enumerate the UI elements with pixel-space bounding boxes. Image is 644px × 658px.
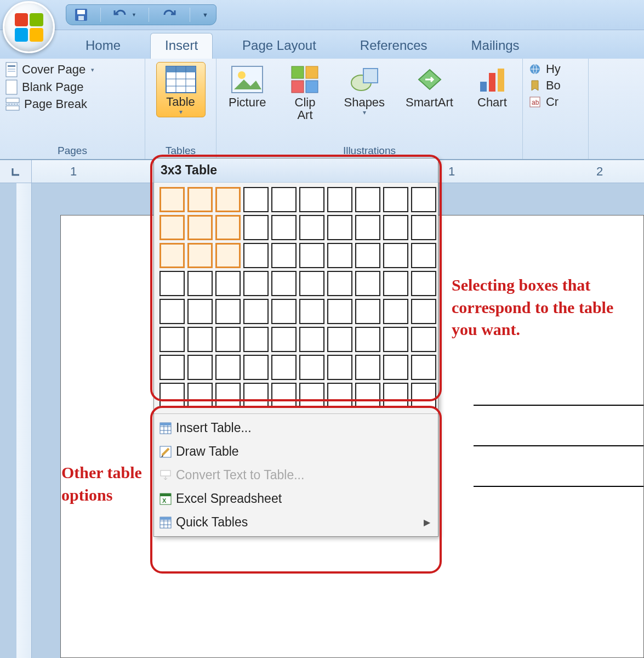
grid-cell[interactable]: [411, 187, 436, 212]
grid-cell[interactable]: [243, 327, 269, 352]
grid-cell[interactable]: [243, 271, 269, 296]
grid-cell[interactable]: [383, 299, 408, 324]
grid-cell[interactable]: [355, 271, 380, 296]
grid-cell[interactable]: [243, 243, 269, 268]
qat-redo-button[interactable]: [161, 8, 178, 21]
grid-cell[interactable]: [299, 243, 324, 268]
cover-page-button[interactable]: Cover Page▾: [5, 62, 94, 77]
grid-cell[interactable]: [271, 271, 297, 296]
grid-cell[interactable]: [187, 327, 213, 352]
grid-cell[interactable]: [159, 355, 185, 380]
hyperlink-button[interactable]: Hy: [528, 62, 561, 76]
grid-cell[interactable]: [355, 187, 380, 212]
grid-cell[interactable]: [159, 243, 185, 268]
grid-cell[interactable]: [159, 383, 185, 408]
grid-cell[interactable]: [299, 299, 324, 324]
grid-cell[interactable]: [355, 215, 380, 240]
office-button[interactable]: [3, 1, 55, 53]
grid-cell[interactable]: [383, 243, 408, 268]
grid-cell[interactable]: [411, 215, 436, 240]
smartart-button[interactable]: SmartArt: [399, 62, 460, 109]
grid-cell[interactable]: [271, 299, 297, 324]
grid-cell[interactable]: [327, 215, 352, 240]
tab-references[interactable]: References: [346, 33, 442, 59]
grid-cell[interactable]: [383, 271, 408, 296]
grid-cell[interactable]: [243, 215, 269, 240]
ruler-corner-button[interactable]: [0, 160, 32, 183]
qat-undo-button[interactable]: ▼: [113, 8, 136, 21]
blank-page-button[interactable]: Blank Page: [5, 80, 94, 95]
grid-cell[interactable]: [187, 243, 213, 268]
grid-cell[interactable]: [299, 355, 324, 380]
table-size-grid[interactable]: [154, 183, 438, 413]
grid-cell[interactable]: [187, 383, 213, 408]
grid-cell[interactable]: [243, 187, 269, 212]
grid-cell[interactable]: [299, 271, 324, 296]
grid-cell[interactable]: [187, 355, 213, 380]
grid-cell[interactable]: [355, 355, 380, 380]
grid-cell[interactable]: [271, 187, 297, 212]
menu-insert-table[interactable]: Insert Table...: [154, 416, 438, 440]
grid-cell[interactable]: [271, 383, 297, 408]
clip-art-button[interactable]: Clip Art: [280, 62, 329, 121]
grid-cell[interactable]: [327, 243, 352, 268]
menu-excel-spreadsheet[interactable]: XExcel Spreadsheet: [154, 487, 438, 510]
grid-cell[interactable]: [411, 355, 436, 380]
grid-cell[interactable]: [215, 243, 241, 268]
qat-save-button[interactable]: [74, 8, 88, 22]
grid-cell[interactable]: [271, 327, 297, 352]
grid-cell[interactable]: [187, 271, 213, 296]
grid-cell[interactable]: [159, 327, 185, 352]
grid-cell[interactable]: [355, 299, 380, 324]
grid-cell[interactable]: [215, 355, 241, 380]
grid-cell[interactable]: [411, 299, 436, 324]
grid-cell[interactable]: [187, 215, 213, 240]
tab-mailings[interactable]: Mailings: [457, 33, 534, 59]
chart-button[interactable]: Chart: [468, 62, 517, 109]
grid-cell[interactable]: [327, 355, 352, 380]
grid-cell[interactable]: [159, 299, 185, 324]
qat-customize-button[interactable]: ▼: [202, 12, 208, 18]
grid-cell[interactable]: [383, 383, 408, 408]
grid-cell[interactable]: [215, 299, 241, 324]
menu-draw-table[interactable]: Draw Table: [154, 440, 438, 463]
grid-cell[interactable]: [243, 355, 269, 380]
grid-cell[interactable]: [327, 383, 352, 408]
grid-cell[interactable]: [187, 299, 213, 324]
tab-page-layout[interactable]: Page Layout: [228, 33, 330, 59]
grid-cell[interactable]: [383, 355, 408, 380]
grid-cell[interactable]: [383, 187, 408, 212]
grid-cell[interactable]: [355, 243, 380, 268]
grid-cell[interactable]: [271, 243, 297, 268]
grid-cell[interactable]: [327, 327, 352, 352]
grid-cell[interactable]: [355, 327, 380, 352]
grid-cell[interactable]: [383, 215, 408, 240]
grid-cell[interactable]: [159, 271, 185, 296]
grid-cell[interactable]: [215, 215, 241, 240]
grid-cell[interactable]: [327, 271, 352, 296]
grid-cell[interactable]: [243, 299, 269, 324]
shapes-button[interactable]: Shapes▾: [337, 62, 391, 116]
grid-cell[interactable]: [159, 215, 185, 240]
grid-cell[interactable]: [411, 243, 436, 268]
grid-cell[interactable]: [299, 187, 324, 212]
grid-cell[interactable]: [355, 383, 380, 408]
grid-cell[interactable]: [327, 187, 352, 212]
grid-cell[interactable]: [215, 383, 241, 408]
grid-cell[interactable]: [299, 327, 324, 352]
grid-cell[interactable]: [215, 271, 241, 296]
grid-cell[interactable]: [215, 187, 241, 212]
cross-reference-button[interactable]: ab Cr: [528, 95, 561, 109]
table-button[interactable]: Table ▾: [156, 62, 206, 117]
grid-cell[interactable]: [243, 383, 269, 408]
grid-cell[interactable]: [327, 299, 352, 324]
grid-cell[interactable]: [215, 327, 241, 352]
dropdown-icon[interactable]: ▼: [132, 12, 136, 18]
grid-cell[interactable]: [411, 271, 436, 296]
page-break-button[interactable]: Page Break: [5, 97, 94, 111]
grid-cell[interactable]: [271, 355, 297, 380]
document-table[interactable]: [474, 405, 643, 487]
vertical-ruler[interactable]: [16, 183, 32, 658]
bookmark-button[interactable]: Bo: [528, 78, 561, 93]
grid-cell[interactable]: [187, 187, 213, 212]
